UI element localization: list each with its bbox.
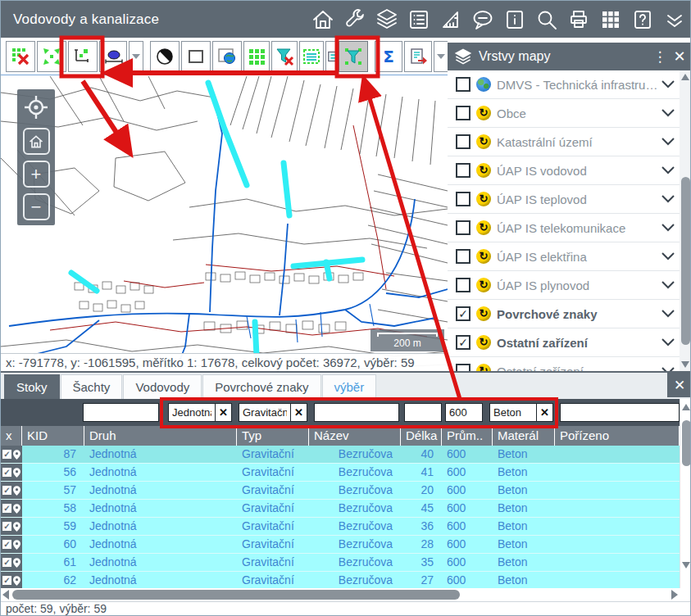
table-row[interactable]: ✓57JednotnáGravitačníBezručova20600Beton — [1, 482, 680, 500]
tab-stoky[interactable]: Stoky — [4, 374, 60, 399]
layer-checkbox[interactable] — [456, 364, 471, 371]
layers-icon[interactable] — [375, 7, 399, 32]
layer-checkbox[interactable]: ✓ — [456, 335, 471, 350]
list-icon[interactable] — [407, 7, 431, 32]
clear-filter-button[interactable] — [271, 41, 298, 72]
row-checkbox[interactable]: ✓ — [2, 504, 11, 513]
zoom-out-button[interactable]: − — [23, 193, 50, 220]
filter-text-input[interactable] — [561, 406, 679, 419]
layer-checkbox[interactable] — [456, 134, 471, 149]
table-hscrollbar[interactable] — [1, 588, 680, 601]
locate-pin-icon[interactable] — [13, 558, 20, 568]
table-row[interactable]: ✓61JednotnáGravitačníBezručova35600Beton — [1, 554, 680, 572]
locate-pin-icon[interactable] — [13, 486, 20, 496]
layers-panel-close-icon[interactable]: ✕ — [667, 48, 691, 66]
attribute-panel-close-icon[interactable]: ✕ — [667, 373, 691, 397]
locate-pin-icon[interactable] — [13, 468, 20, 478]
chevron-down-icon[interactable] — [661, 364, 675, 371]
invert-selection-button[interactable] — [150, 41, 180, 72]
locate-pin-icon[interactable] — [13, 450, 20, 460]
column-header-prm[interactable]: Prům.. — [442, 426, 493, 446]
selection-dropdown-button[interactable] — [129, 41, 143, 72]
home-extent-button[interactable] — [23, 128, 50, 155]
table-row[interactable]: ✓59JednotnáGravitačníBezručova36600Beton — [1, 518, 680, 536]
filter-text-input[interactable] — [169, 406, 215, 419]
grid-icon[interactable] — [598, 7, 623, 32]
table-row[interactable]: ✓60JednotnáGravitačníBezručova28600Beton — [1, 536, 680, 554]
select-by-extent-button[interactable] — [68, 41, 98, 72]
table-row[interactable]: ✓56JednotnáGravitačníBezručova41600Beton — [1, 464, 680, 482]
map-canvas[interactable] — [1, 76, 448, 371]
help-icon[interactable] — [630, 7, 655, 32]
wrench-icon[interactable] — [343, 7, 367, 32]
export-button[interactable] — [404, 41, 432, 72]
rectangle-tool-button[interactable] — [181, 41, 211, 72]
filter-text-input[interactable] — [315, 406, 398, 419]
row-checkbox[interactable]: ✓ — [2, 576, 11, 585]
table-vscrollbar[interactable] — [680, 399, 691, 588]
column-header-druh[interactable]: Druh — [84, 426, 237, 446]
grid-tool-button[interactable] — [243, 41, 270, 72]
map-viewport[interactable]: + − 200 m x: -791778, y: -1061595, měřít… — [1, 76, 448, 371]
chevron-down-icon[interactable] — [661, 134, 675, 149]
column-header-nzev[interactable]: Název — [309, 426, 401, 446]
layer-checkbox[interactable] — [456, 278, 471, 292]
column-header-pozeno[interactable]: Pořízeno — [555, 426, 680, 446]
column-header-kid[interactable]: KID — [22, 426, 84, 446]
layer-checkbox[interactable]: ✓ — [456, 306, 471, 321]
filter-text-input[interactable] — [446, 406, 482, 419]
layer-checkbox[interactable] — [456, 163, 471, 178]
filter-clear-icon[interactable]: ✕ — [215, 404, 231, 421]
layer-checkbox[interactable] — [456, 249, 471, 264]
locate-pin-icon[interactable] — [13, 576, 20, 586]
chevron-down-icon[interactable] — [661, 306, 675, 321]
row-checkbox[interactable]: ✓ — [2, 486, 11, 495]
chevron-down-icon[interactable] — [661, 77, 675, 92]
row-checkbox[interactable]: ✓ — [2, 558, 11, 567]
filter-text-input[interactable] — [490, 406, 536, 419]
column-header-x[interactable]: x — [1, 426, 22, 446]
chevron-down-icon[interactable] — [661, 278, 675, 292]
tab-v-b-r[interactable]: výběr — [322, 374, 377, 399]
export-dropdown-button[interactable] — [434, 41, 448, 72]
globe-tool-button[interactable] — [212, 41, 242, 72]
tab--achty[interactable]: Šachty — [61, 374, 123, 399]
column-header-typ[interactable]: Typ — [237, 426, 309, 446]
attribute-table-button[interactable] — [299, 41, 324, 72]
measure-icon[interactable] — [439, 7, 463, 32]
collapse-chevrons-icon[interactable] — [662, 7, 687, 32]
clear-selection-button[interactable] — [6, 41, 35, 72]
zoom-in-button[interactable]: + — [23, 161, 50, 188]
comment-icon[interactable] — [471, 7, 495, 32]
chevron-down-icon[interactable] — [661, 106, 675, 120]
filter-clear-icon[interactable]: ✕ — [536, 404, 552, 421]
table-row[interactable]: ✓62JednotnáGravitačníBezručova27600Beton — [1, 572, 680, 590]
search-icon[interactable] — [534, 7, 559, 32]
layer-checkbox[interactable] — [456, 220, 471, 235]
filter-text-input[interactable] — [239, 406, 290, 419]
row-checkbox[interactable]: ✓ — [2, 540, 11, 549]
info-icon[interactable] — [502, 7, 527, 32]
column-header-dlka[interactable]: Délka — [401, 426, 442, 446]
filter-text-input[interactable] — [405, 406, 441, 419]
home-icon[interactable] — [311, 7, 335, 32]
sum-button[interactable]: Σ — [375, 41, 402, 72]
layer-checkbox[interactable] — [456, 192, 471, 206]
table-row[interactable]: ✓58JednotnáGravitačníBezručova45600Beton — [1, 500, 680, 518]
layer-checkbox[interactable] — [456, 77, 471, 92]
layer-checkbox[interactable] — [456, 106, 471, 120]
filter-clear-icon[interactable]: ✕ — [290, 404, 307, 421]
row-checkbox[interactable]: ✓ — [2, 522, 11, 531]
locate-pin-icon[interactable] — [13, 504, 20, 514]
filter-text-input[interactable] — [84, 406, 158, 419]
panel-menu-icon[interactable]: ⋮ — [652, 48, 667, 66]
layers-scrollbar[interactable] — [680, 70, 691, 371]
zoom-to-selection-button[interactable] — [37, 41, 66, 72]
tab-povrchov-znaky[interactable]: Povrchové znaky — [202, 374, 320, 399]
gps-target-button[interactable] — [21, 93, 51, 122]
select-by-ellipse-button[interactable] — [99, 41, 127, 72]
column-header-materl[interactable]: Materál — [493, 426, 555, 446]
locate-pin-icon[interactable] — [13, 540, 20, 550]
chevron-down-icon[interactable] — [661, 335, 675, 350]
locate-pin-icon[interactable] — [13, 522, 20, 532]
